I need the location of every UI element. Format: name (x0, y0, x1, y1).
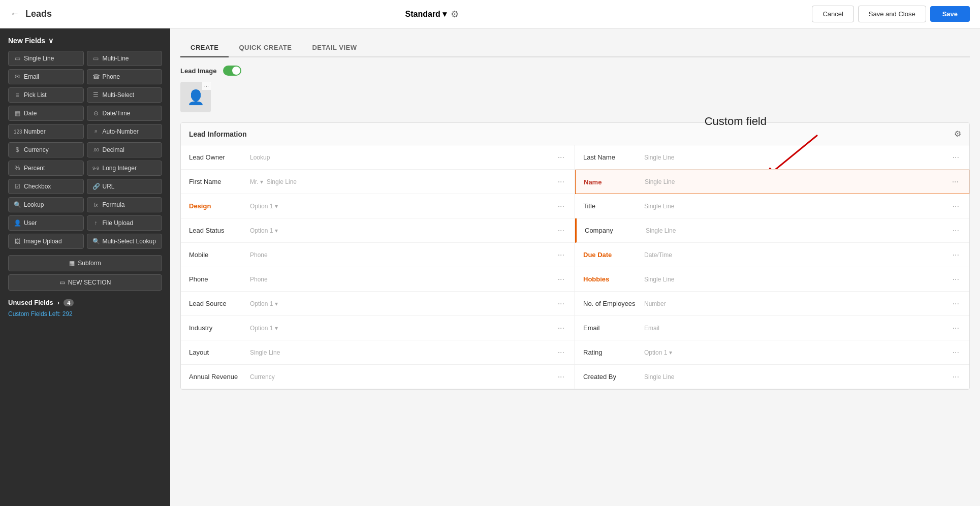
field-options-button[interactable]: ··· (951, 153, 961, 162)
dropdown-arrow-icon: ▾ (442, 9, 447, 19)
field-options-button[interactable]: ··· (951, 226, 961, 235)
field-image-upload[interactable]: 🖼Image Upload (8, 234, 84, 249)
save-close-button[interactable]: Save and Close (858, 6, 926, 22)
field-layout: Layout Single Line ··· (181, 340, 575, 365)
auto-number-icon: # (92, 129, 100, 134)
subform-button[interactable]: ▦ Subform (8, 255, 162, 271)
field-email[interactable]: ✉Email (8, 69, 84, 84)
field-label: Lead Source (189, 300, 250, 307)
field-multi-select-lookup[interactable]: 🔍Multi-Select Lookup (87, 234, 163, 249)
field-long-integer[interactable]: 9-9Long Integer (87, 161, 163, 176)
field-decimal[interactable]: .00Decimal (87, 142, 163, 157)
field-type: Phone (250, 251, 556, 259)
multi-line-icon: ▭ (92, 55, 100, 62)
field-last-name: Last Name Single Line ··· (575, 145, 969, 170)
field-user[interactable]: 👤User (8, 215, 84, 231)
field-options-button[interactable]: ··· (951, 372, 961, 382)
field-checkbox[interactable]: ☑Checkbox (8, 179, 84, 194)
field-options-button[interactable]: ··· (951, 348, 961, 357)
field-design: Design Option 1 ▾ ··· (181, 194, 575, 218)
field-options-button[interactable]: ··· (951, 250, 961, 260)
field-label: Rating (583, 349, 644, 356)
field-label: Lookup (24, 201, 44, 208)
field-options-button[interactable]: ··· (556, 299, 566, 308)
section-gear-icon[interactable]: ⚙ (954, 129, 961, 139)
field-date[interactable]: ▦Date (8, 106, 84, 121)
section-header: Lead Information ⚙ (181, 123, 969, 145)
lookup-icon: 🔍 (14, 201, 21, 208)
field-type: Option 1 ▾ (644, 349, 951, 356)
field-label: Annual Revenue (189, 373, 250, 381)
field-label: Checkbox (24, 183, 51, 190)
field-options-button[interactable]: ··· (556, 250, 566, 260)
field-options-button[interactable]: ··· (556, 202, 566, 211)
field-options-button[interactable]: ··· (556, 348, 566, 357)
tab-quick-create[interactable]: QUICK CREATE (229, 39, 302, 57)
field-rating: Rating Option 1 ▾ ··· (575, 340, 969, 365)
new-section-button[interactable]: ▭ NEW SECTION (8, 274, 162, 291)
field-url[interactable]: 🔗URL (87, 179, 163, 194)
field-options-button[interactable]: ··· (556, 226, 566, 235)
field-label: Phone (103, 73, 120, 80)
field-label: Title (583, 202, 644, 210)
field-type: Date/Time (644, 251, 951, 259)
unused-fields-header[interactable]: Unused Fields › 4 (8, 299, 162, 306)
field-name: Name Single Line ··· (575, 170, 969, 194)
field-multi-select[interactable]: ☰Multi-Select (87, 87, 163, 103)
field-currency[interactable]: $Currency (8, 142, 84, 157)
field-phone[interactable]: ☎Phone (87, 69, 163, 84)
avatar-menu-button[interactable]: ··· (202, 82, 211, 90)
field-label: Email (583, 324, 644, 332)
tab-create[interactable]: CREATE (180, 39, 229, 57)
field-datetime[interactable]: ⊙Date/Time (87, 106, 163, 121)
settings-icon[interactable]: ⚙ (451, 9, 459, 20)
field-options-button[interactable]: ··· (556, 372, 566, 382)
field-options-button[interactable]: ··· (556, 153, 566, 162)
fields-table: Lead Owner Lookup ··· Last Name Single L… (181, 145, 969, 389)
field-no-employees: No. of Employees Number ··· (575, 292, 969, 316)
field-pick-list[interactable]: ≡Pick List (8, 87, 84, 103)
field-multi-line[interactable]: ▭Multi-Line (87, 51, 163, 66)
new-fields-chevron-icon: ∨ (48, 37, 53, 45)
user-icon: 👤 (14, 219, 21, 227)
cancel-button[interactable]: Cancel (812, 6, 853, 22)
field-type: Currency (250, 373, 556, 381)
field-type: Single Line (644, 154, 951, 161)
field-lookup[interactable]: 🔍Lookup (8, 197, 84, 212)
tab-detail-view[interactable]: DETAIL VIEW (302, 39, 367, 57)
field-type: Single Line (644, 373, 951, 381)
field-options-button[interactable]: ··· (950, 177, 961, 186)
field-hobbies: Hobbies Single Line ··· (575, 267, 969, 292)
standard-dropdown[interactable]: Standard ▾ (405, 9, 447, 19)
field-options-button[interactable]: ··· (951, 324, 961, 333)
avatar-box[interactable]: 👤 ··· (180, 82, 211, 112)
field-label: Date (24, 110, 37, 117)
field-lead-status: Lead Status Option 1 ▾ ··· (181, 218, 575, 243)
multi-select-icon: ☰ (92, 91, 100, 99)
field-single-line[interactable]: ▭Single Line (8, 51, 84, 66)
field-formula[interactable]: fxFormula (87, 197, 163, 212)
new-fields-header[interactable]: New Fields ∨ (8, 37, 162, 45)
lead-image-toggle[interactable] (223, 66, 241, 76)
field-number[interactable]: 123Number (8, 124, 84, 139)
field-options-button[interactable]: ··· (556, 324, 566, 333)
field-label: Lead Owner (189, 153, 250, 161)
back-button[interactable]: ← (10, 9, 19, 19)
new-section-label: NEW SECTION (68, 279, 111, 286)
field-file-upload[interactable]: ↑File Upload (87, 215, 163, 231)
formula-icon: fx (92, 202, 100, 208)
phone-icon: ☎ (92, 73, 100, 80)
field-options-button[interactable]: ··· (951, 275, 961, 284)
save-button[interactable]: Save (930, 6, 970, 22)
field-options-button[interactable]: ··· (556, 177, 566, 186)
field-options-button[interactable]: ··· (951, 202, 961, 211)
field-label: Number (24, 128, 46, 135)
field-options-button[interactable]: ··· (556, 275, 566, 284)
field-percent[interactable]: %Percent (8, 161, 84, 176)
field-type: Phone (250, 276, 556, 283)
field-auto-number[interactable]: #Auto-Number (87, 124, 163, 139)
field-label: Long Integer (103, 165, 137, 172)
avatar-area: 👤 ··· (180, 82, 970, 112)
field-options-button[interactable]: ··· (951, 299, 961, 308)
header-left: ← Leads (10, 9, 52, 19)
